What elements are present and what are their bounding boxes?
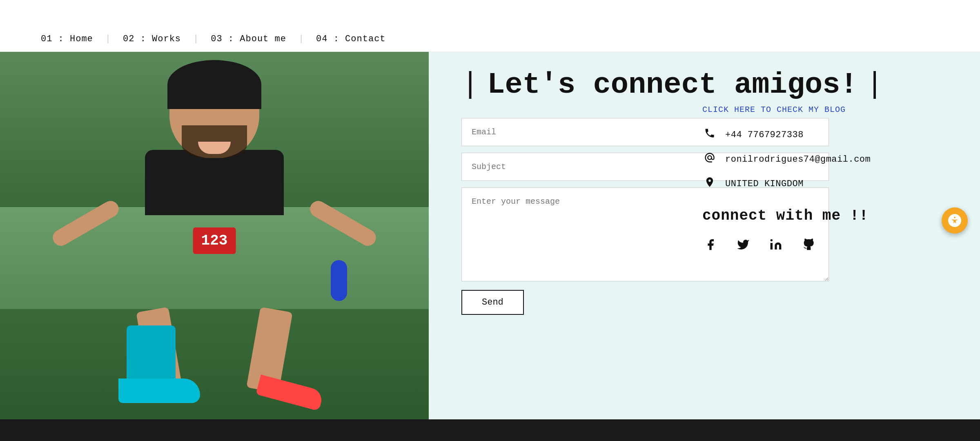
accessibility-icon — [948, 214, 961, 227]
right-content: | Let's connect amigos! | Send CLICK HER… — [429, 52, 980, 419]
phone-icon — [702, 127, 717, 142]
nav-sep-1: | — [105, 34, 111, 44]
location-icon — [702, 176, 717, 191]
github-icon[interactable] — [800, 236, 817, 253]
facebook-icon[interactable] — [702, 236, 719, 253]
title-pipe-left: | — [461, 68, 479, 102]
connect-heading: connect with me !! — [702, 207, 947, 224]
svg-point-0 — [771, 239, 773, 241]
top-bar — [0, 0, 980, 27]
photo-collage: 123 — [0, 52, 429, 419]
nav-about[interactable]: 03 : About me — [211, 34, 286, 44]
title-pipe-right: | — [866, 68, 884, 102]
race-bib: 123 — [193, 227, 236, 254]
phone-detail: +44 7767927338 — [702, 127, 947, 142]
linkedin-icon[interactable] — [768, 236, 784, 253]
accessibility-button[interactable] — [942, 207, 968, 234]
hero-section: 123 | — [0, 52, 980, 419]
page-title-text: Let's connect amigos! — [487, 68, 858, 102]
nav-works[interactable]: 02 : Works — [123, 34, 181, 44]
svg-point-1 — [954, 217, 956, 218]
send-button[interactable]: Send — [461, 290, 524, 315]
page-title-container: | Let's connect amigos! | — [461, 68, 947, 102]
nav-sep-2: | — [193, 34, 198, 44]
bottom-bar — [0, 419, 980, 436]
contact-info-panel: CLICK HERE TO CHECK MY BLOG +44 77679273… — [702, 105, 947, 253]
nav-contact[interactable]: 04 : Contact — [316, 34, 385, 44]
location-text: UNITED KINGDOM — [725, 179, 804, 189]
person-bottom — [0, 309, 429, 419]
phone-number: +44 7767927338 — [725, 130, 804, 140]
person-top — [0, 52, 429, 207]
person-middle: 123 — [0, 207, 429, 309]
twitter-icon[interactable] — [735, 236, 751, 253]
navigation: 01 : Home | 02 : Works | 03 : About me |… — [0, 27, 980, 52]
nav-home[interactable]: 01 : Home — [41, 34, 93, 44]
email-detail: ronilrodrigues74@gmail.com — [702, 152, 947, 167]
location-detail: UNITED KINGDOM — [702, 176, 947, 191]
social-icons — [702, 236, 947, 253]
photo-placeholder: 123 — [0, 52, 429, 419]
blog-link[interactable]: CLICK HERE TO CHECK MY BLOG — [702, 105, 947, 114]
email-address: ronilrodrigues74@gmail.com — [725, 154, 871, 165]
nav-sep-3: | — [298, 34, 304, 44]
email-icon — [702, 152, 717, 167]
